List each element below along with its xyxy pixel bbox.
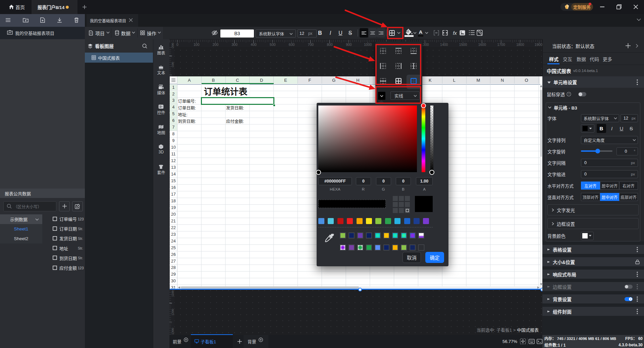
svg-text:?: ?: [568, 92, 570, 96]
